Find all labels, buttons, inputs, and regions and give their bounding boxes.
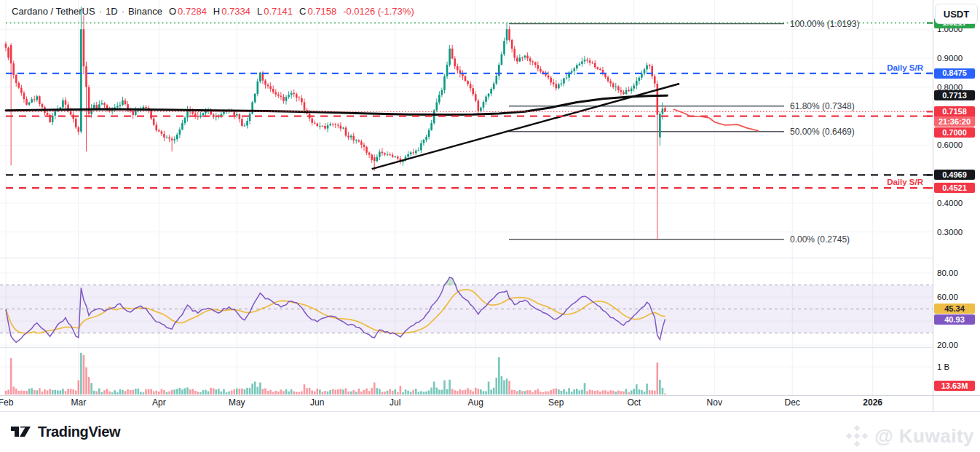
high-value: 0.7334 [221, 6, 250, 17]
high-label: H [213, 6, 220, 17]
tradingview-mark-icon [10, 423, 32, 440]
legend-separator: · [122, 6, 125, 17]
symbol-title: Cardano / TetherUS [12, 6, 95, 17]
low-label: L [257, 6, 262, 17]
price-chart-canvas[interactable] [0, 0, 980, 412]
open-label: O [169, 6, 176, 17]
watermark: @ Kuwaity [845, 424, 974, 448]
chart-legend: Cardano / TetherUS·1D·BinanceO0.7284H0.7… [12, 6, 414, 17]
exchange-label: Binance [128, 6, 162, 17]
watermark-text: @ Kuwaity [874, 425, 974, 448]
tradingview-brand-text: TradingView [38, 424, 120, 440]
close-label: C [299, 6, 306, 17]
low-value: 0.7141 [264, 6, 293, 17]
currency-toggle-button[interactable]: USDT [935, 4, 978, 24]
tradingview-logo[interactable]: TradingView [10, 423, 120, 440]
change-value: -0.0126 (-1.73%) [343, 6, 414, 17]
interval-label: 1D [106, 6, 118, 17]
diamond-icon [845, 424, 869, 448]
open-value: 0.7284 [178, 6, 207, 17]
tradingview-chart-window: 1.00000.90000.80000.60000.40000.30001.02… [0, 0, 980, 452]
close-value: 0.7158 [307, 6, 336, 17]
legend-separator: · [99, 6, 102, 17]
